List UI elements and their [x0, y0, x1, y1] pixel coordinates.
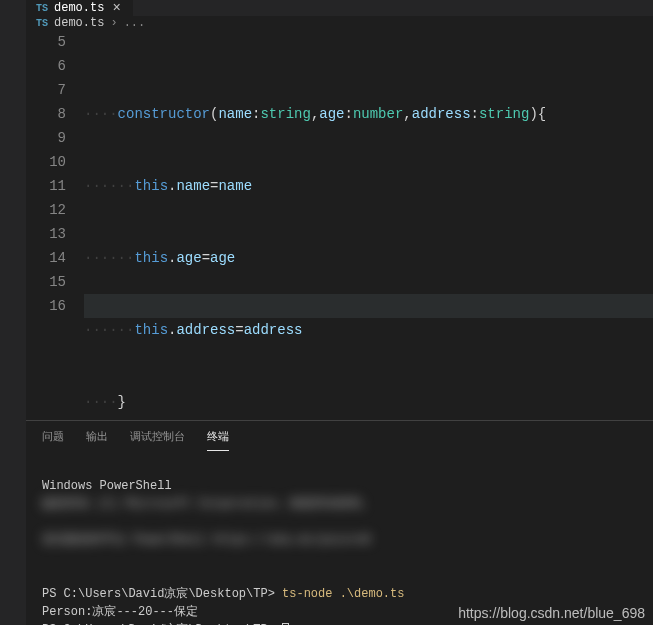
watermark: https://blog.csdn.net/blue_698: [458, 605, 645, 621]
breadcrumb[interactable]: TS demo.ts › ...: [26, 16, 653, 30]
terminal-prompt: PS C:\Users\David凉宸\Desktop\TP>: [42, 587, 282, 601]
terminal-blurred-line: 尝试新的跨平台 PowerShell https://aka.ms/pscore…: [42, 531, 637, 549]
panel-tabs: 问题 输出 调试控制台 终端: [26, 421, 653, 451]
terminal-output-line: Person:凉宸---20---保定: [42, 605, 198, 619]
tab-terminal[interactable]: 终端: [207, 429, 229, 451]
typescript-icon: TS: [36, 3, 48, 14]
terminal-blurred-line: 版权所有 (C) Microsoft Corporation。保留所有权利。: [42, 495, 637, 513]
breadcrumb-filename: demo.ts: [54, 16, 104, 30]
tab-output[interactable]: 输出: [86, 429, 108, 451]
terminal[interactable]: Windows PowerShell 版权所有 (C) Microsoft Co…: [26, 451, 653, 625]
chevron-right-icon: ›: [110, 16, 117, 30]
bottom-panel: 问题 输出 调试控制台 终端 Windows PowerShell 版权所有 (…: [26, 420, 653, 625]
breadcrumb-more: ...: [124, 16, 146, 30]
activity-bar: [0, 0, 26, 625]
close-icon[interactable]: ×: [110, 0, 122, 16]
tab-filename: demo.ts: [54, 1, 104, 15]
terminal-command: ts-node .\demo.ts: [282, 587, 404, 601]
terminal-shell-name: Windows PowerShell: [42, 479, 172, 493]
typescript-icon: TS: [36, 18, 48, 29]
tab-debug-console[interactable]: 调试控制台: [130, 429, 185, 451]
tab-bar: TS demo.ts ×: [26, 0, 653, 16]
tab-problems[interactable]: 问题: [42, 429, 64, 451]
editor-tab-active[interactable]: TS demo.ts ×: [26, 0, 134, 16]
